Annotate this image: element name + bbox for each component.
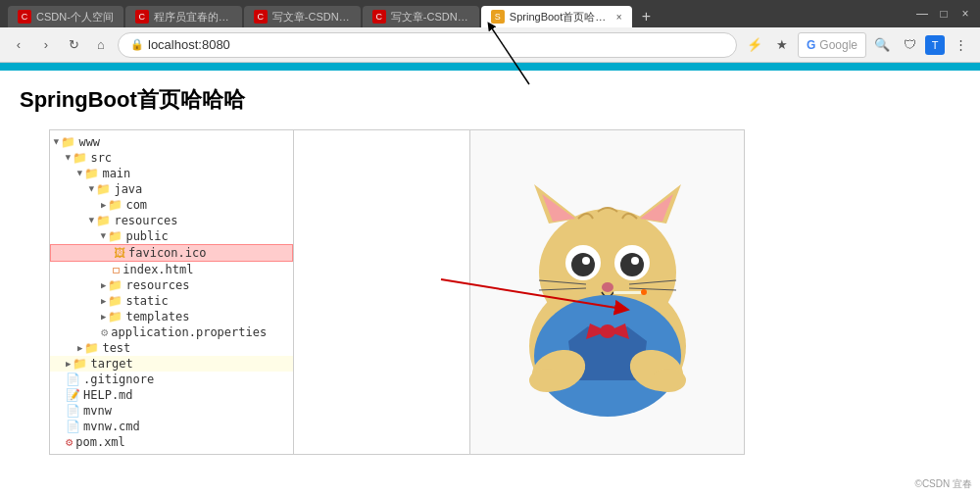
tree-label-mvnw: mvnw [83,404,112,418]
file-tree-panel: ▶ 📁 www ▶ 📁 src ▶ 📁 main ▶ 📁 java [49,129,294,455]
tree-item-www[interactable]: ▶ 📁 www [50,134,293,150]
file-mvnw-icon: 📄 [66,404,80,418]
lightning-icon: ⚡ [743,33,766,57]
bookmark-icon[interactable]: ★ [770,33,794,57]
search-icon[interactable]: 🔍 [870,33,894,57]
tree-label-mvnwcmd: mvnw.cmd [83,420,140,433]
watermark: ©CSDN 宜春 [915,477,972,491]
tree-item-resources[interactable]: ▶ 📁 resources [50,213,293,228]
tree-item-static[interactable]: ▶ 📁 static [50,293,293,309]
tree-label-www: www [78,135,100,149]
google-search-box[interactable]: G Google [798,32,866,58]
svg-point-12 [631,257,639,265]
tree-item-favicon[interactable]: 🖼 favicon.ico [50,244,293,262]
file-favicon-icon: 🖼 [114,246,125,260]
svg-point-19 [641,289,647,295]
folder-public-icon: 📁 [108,229,122,243]
tree-label-java: java [114,182,142,196]
new-tab-button[interactable]: + [634,6,659,27]
cat-svg [480,165,735,420]
arrow-src: ▶ [64,155,74,160]
browser-toolbar: ‹ › ↻ ⌂ 🔒 localhost:8080 ⚡ ★ G Google 🔍 … [0,27,980,63]
arrow-com: ▶ [101,200,106,210]
folder-target-icon: 📁 [73,357,87,371]
tree-item-public[interactable]: ▶ 📁 public [50,228,293,244]
folder-test-icon: 📁 [84,341,99,355]
tree-label-helpmd: HELP.md [83,388,133,402]
arrow-templates: ▶ [101,312,106,322]
browser-titlebar: C CSDN-个人空间 C 程序员宜春的博客_宜春_CS C 写文章-CSDN博… [0,0,980,27]
extension-icon[interactable]: T [925,35,945,55]
close-button[interactable]: × [958,7,972,21]
tree-item-mvnw[interactable]: 📄 mvnw [50,403,293,419]
folder-static-icon: 📁 [108,294,122,308]
tree-item-gitignore[interactable]: 📄 .gitignore [50,372,293,387]
tree-label-src: src [90,151,112,165]
tree-label-resources-sub: resources [125,278,189,292]
file-helpmd-icon: 📝 [66,388,80,402]
svg-point-29 [651,369,686,392]
folder-resources-icon: 📁 [96,214,111,227]
tree-label-static: static [125,294,168,308]
back-button[interactable]: ‹ [8,34,29,56]
tree-label-pomxml: pom.xml [75,435,125,449]
tab-label-5: SpringBoot首页哈哈哈 [510,10,608,25]
tab-close-5[interactable]: × [616,12,622,23]
arrow-main: ▶ [75,171,85,175]
tree-item-java[interactable]: ▶ 📁 java [50,181,293,197]
tree-label-index: index.html [122,263,193,276]
tree-item-pomxml[interactable]: ⚙ pom.xml [50,434,293,450]
tab-favicon-1: C [18,10,31,24]
tree-item-helpmd[interactable]: 📝 HELP.md [50,387,293,403]
tree-label-templates: templates [125,310,189,323]
tree-item-templates[interactable]: ▶ 📁 templates [50,309,293,324]
tab-favicon-3: C [254,10,268,24]
tab-favicon-2: C [135,10,149,24]
page-content: SpringBoot首页哈哈哈 ▶ 📁 www ▶ 📁 src [0,71,980,470]
tab-label-4: 写文章-CSDN博客 [391,10,469,25]
folder-templates-icon: 📁 [108,310,122,323]
file-appprops-icon: ⚙ [101,325,108,339]
tab-springboot[interactable]: S SpringBoot首页哈哈哈 × [481,6,632,27]
tab-blog-1[interactable]: C 程序员宜春的博客_宜春_CS [125,6,242,27]
tab-favicon-5: S [491,10,505,24]
home-button[interactable]: ⌂ [90,34,112,56]
arrow-java: ▶ [87,186,97,191]
tab-write-1[interactable]: C 写文章-CSDN博客 [244,6,361,27]
minimize-button[interactable]: — [915,7,929,21]
tree-item-com[interactable]: ▶ 📁 com [50,197,293,213]
google-logo: G [807,38,815,52]
tree-label-main: main [102,167,130,180]
svg-point-9 [571,253,595,276]
menu-icon[interactable]: ⋮ [949,33,972,57]
reload-button[interactable]: ↻ [63,34,84,56]
tab-write-2[interactable]: C 写文章-CSDN博客 [363,6,479,27]
tree-item-main[interactable]: ▶ 📁 main [50,166,293,181]
svg-point-10 [620,253,644,276]
tree-item-index[interactable]: ◻ index.html [50,262,293,277]
svg-point-11 [582,257,590,265]
tree-label-test: test [102,341,130,355]
tab-label-3: 写文章-CSDN博客 [272,10,351,25]
arrow-resources-sub: ▶ [101,280,106,290]
tree-label-appprops: application.properties [111,325,267,339]
tree-item-appprops[interactable]: ⚙ application.properties [50,324,293,340]
folder-www-icon: 📁 [61,135,75,149]
file-content-area [294,129,470,455]
tree-item-mvnwcmd[interactable]: 📄 mvnw.cmd [50,419,293,434]
folder-resources-sub-icon: 📁 [108,278,122,292]
address-bar[interactable]: 🔒 localhost:8080 [118,32,737,58]
tree-item-test[interactable]: ▶ 📁 test [50,340,293,356]
file-gitignore-icon: 📄 [66,373,80,386]
maximize-button[interactable]: □ [937,7,951,21]
main-area: ▶ 📁 www ▶ 📁 src ▶ 📁 main ▶ 📁 java [49,129,960,455]
page-heading: SpringBoot首页哈哈哈 [20,85,960,115]
accent-bar [0,63,980,71]
tree-item-target[interactable]: ▶ 📁 target [50,356,293,372]
tree-item-resources-sub[interactable]: ▶ 📁 resources [50,277,293,293]
tab-csdn-space[interactable]: C CSDN-个人空间 [8,6,123,27]
forward-button[interactable]: › [35,34,57,56]
file-mvnwcmd-icon: 📄 [66,420,80,433]
tree-item-src[interactable]: ▶ 📁 src [50,150,293,166]
arrow-static: ▶ [101,296,106,306]
